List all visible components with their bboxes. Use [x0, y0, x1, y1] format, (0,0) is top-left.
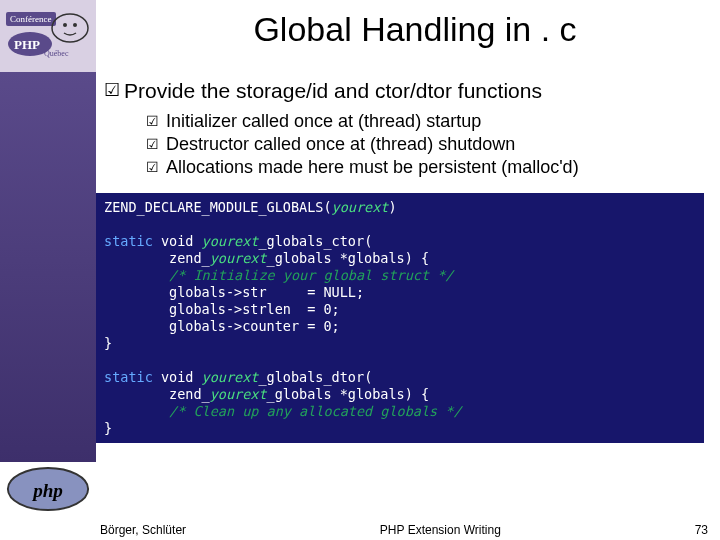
footer: Börger, Schlüter PHP Extension Writing 7… [100, 523, 714, 537]
code-block: ZEND_DECLARE_MODULE_GLOBALS(yourext) sta… [96, 193, 704, 443]
code-ident: yourext [210, 250, 267, 266]
code-text: } [104, 335, 112, 351]
code-text: void [153, 369, 202, 385]
code-ident: yourext [210, 386, 267, 402]
svg-point-3 [63, 23, 67, 27]
svg-point-2 [52, 14, 88, 42]
slide-title: Global Handling in . c [120, 10, 710, 49]
code-text: _globals *globals) { [267, 386, 430, 402]
conference-logo: Conférence PHP Québec [0, 0, 96, 72]
code-text: zend_ [104, 386, 210, 402]
code-ident: yourext [202, 369, 259, 385]
code-text: _globals_dtor( [258, 369, 372, 385]
code-comment: /* Clean up any allocated globals */ [104, 403, 462, 419]
slide: Conférence PHP Québec php Global Handlin… [0, 0, 720, 540]
code-text: } [104, 420, 112, 436]
code-text: globals->str = NULL; [104, 284, 364, 300]
sidebar-gradient [0, 72, 96, 462]
lead-text: Provide the storage/id and ctor/dtor fun… [124, 78, 542, 104]
svg-text:PHP: PHP [14, 37, 40, 52]
code-text [104, 352, 112, 368]
footer-authors: Börger, Schlüter [100, 523, 186, 537]
code-text: globals->counter = 0; [104, 318, 340, 334]
code-ident: yourext [332, 199, 389, 215]
code-keyword: static [104, 233, 153, 249]
sub-text: Allocations made here must be persistent… [166, 156, 579, 178]
lead-bullet: ☑ Provide the storage/id and ctor/dtor f… [96, 72, 712, 108]
sub-bullet-list: ☑ Initializer called once at (thread) st… [96, 108, 712, 189]
code-keyword: static [104, 369, 153, 385]
slide-content: ☑ Provide the storage/id and ctor/dtor f… [96, 72, 712, 443]
sub-text: Destructor called once at (thread) shutd… [166, 133, 515, 155]
code-text: _globals *globals) { [267, 250, 430, 266]
code-text: _globals_ctor( [258, 233, 372, 249]
sub-text: Initializer called once at (thread) star… [166, 110, 481, 132]
code-comment: /* Initialize your global struct */ [104, 267, 454, 283]
sub-bullet: ☑ Initializer called once at (thread) st… [146, 110, 702, 132]
check-icon: ☑ [104, 78, 124, 102]
page-number: 73 [695, 523, 714, 537]
code-text [104, 216, 112, 232]
svg-text:php: php [31, 480, 63, 501]
code-ident: yourext [202, 233, 259, 249]
code-text: globals->strlen = 0; [104, 301, 340, 317]
svg-point-4 [73, 23, 77, 27]
sub-bullet: ☑ Allocations made here must be persiste… [146, 156, 702, 178]
php-logo: php [0, 458, 96, 520]
check-icon: ☑ [146, 156, 166, 178]
code-text: void [153, 233, 202, 249]
check-icon: ☑ [146, 110, 166, 132]
footer-title: PHP Extension Writing [186, 523, 695, 537]
sidebar: Conférence PHP Québec php [0, 0, 96, 540]
svg-text:Conférence: Conférence [10, 14, 51, 24]
code-text: ) [388, 199, 396, 215]
code-text: zend_ [104, 250, 210, 266]
sub-bullet: ☑ Destructor called once at (thread) shu… [146, 133, 702, 155]
svg-text:Québec: Québec [44, 49, 69, 58]
check-icon: ☑ [146, 133, 166, 155]
code-text: ZEND_DECLARE_MODULE_GLOBALS( [104, 199, 332, 215]
